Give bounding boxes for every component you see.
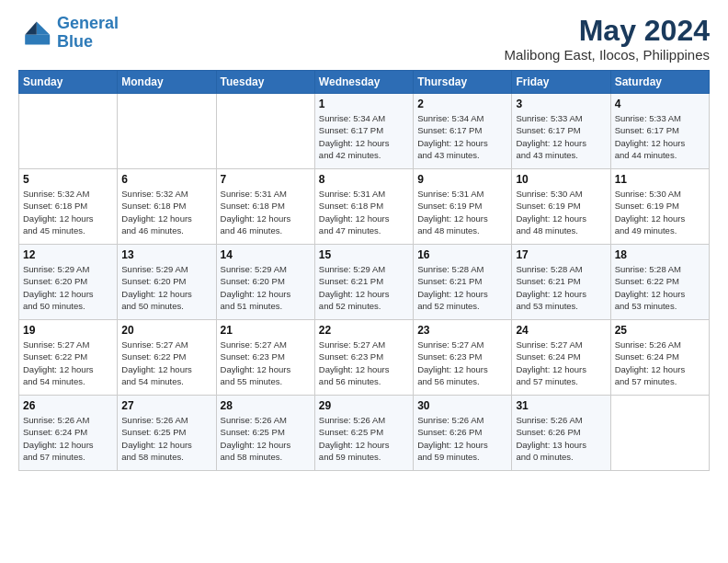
calendar-cell: 13Sunrise: 5:29 AM Sunset: 6:20 PM Dayli…	[118, 245, 216, 320]
calendar-cell: 17Sunrise: 5:28 AM Sunset: 6:21 PM Dayli…	[512, 245, 610, 320]
calendar-week-4: 19Sunrise: 5:27 AM Sunset: 6:22 PM Dayli…	[19, 320, 710, 396]
day-info: Sunrise: 5:27 AM Sunset: 6:23 PM Dayligh…	[221, 339, 311, 387]
day-number: 3	[516, 98, 606, 110]
day-number: 29	[319, 399, 409, 412]
weekday-header-row: Sunday Monday Tuesday Wednesday Thursday…	[19, 71, 710, 94]
day-number: 8	[319, 173, 409, 186]
day-number: 28	[221, 399, 311, 412]
calendar-cell: 24Sunrise: 5:27 AM Sunset: 6:24 PM Dayli…	[512, 320, 610, 396]
day-info: Sunrise: 5:26 AM Sunset: 6:25 PM Dayligh…	[121, 414, 211, 463]
day-number: 16	[417, 248, 507, 261]
title-block: May 2024 Malibong East, Ilocos, Philippi…	[505, 15, 710, 63]
header-tuesday: Tuesday	[216, 71, 314, 94]
day-info: Sunrise: 5:32 AM Sunset: 6:18 PM Dayligh…	[23, 188, 113, 236]
day-number: 26	[23, 399, 113, 412]
day-number: 19	[23, 324, 113, 337]
calendar-cell: 28Sunrise: 5:26 AM Sunset: 6:25 PM Dayli…	[216, 396, 314, 471]
day-number: 9	[417, 173, 507, 186]
calendar-cell: 3Sunrise: 5:33 AM Sunset: 6:17 PM Daylig…	[512, 94, 610, 169]
calendar-week-1: 1Sunrise: 5:34 AM Sunset: 6:17 PM Daylig…	[19, 94, 710, 169]
day-number: 2	[417, 98, 507, 110]
calendar-cell: 16Sunrise: 5:28 AM Sunset: 6:21 PM Dayli…	[414, 245, 512, 320]
day-info: Sunrise: 5:28 AM Sunset: 6:21 PM Dayligh…	[417, 263, 507, 312]
logo-icon	[18, 17, 51, 50]
day-number: 10	[516, 173, 606, 186]
calendar-cell: 21Sunrise: 5:27 AM Sunset: 6:23 PM Dayli…	[216, 320, 314, 396]
calendar-cell: 8Sunrise: 5:31 AM Sunset: 6:18 PM Daylig…	[314, 169, 413, 245]
calendar-cell: 14Sunrise: 5:29 AM Sunset: 6:20 PM Dayli…	[216, 245, 314, 320]
day-info: Sunrise: 5:26 AM Sunset: 6:25 PM Dayligh…	[319, 414, 409, 463]
day-number: 12	[23, 248, 113, 261]
calendar-cell: 26Sunrise: 5:26 AM Sunset: 6:24 PM Dayli…	[19, 396, 118, 471]
day-info: Sunrise: 5:31 AM Sunset: 6:19 PM Dayligh…	[417, 188, 507, 236]
day-number: 1	[319, 98, 409, 110]
calendar-cell: 10Sunrise: 5:30 AM Sunset: 6:19 PM Dayli…	[512, 169, 610, 245]
calendar-table: Sunday Monday Tuesday Wednesday Thursday…	[18, 70, 710, 471]
calendar-week-3: 12Sunrise: 5:29 AM Sunset: 6:20 PM Dayli…	[19, 245, 710, 320]
day-number: 25	[615, 324, 705, 337]
day-number: 31	[516, 399, 606, 412]
day-info: Sunrise: 5:32 AM Sunset: 6:18 PM Dayligh…	[121, 188, 211, 236]
calendar-cell: 5Sunrise: 5:32 AM Sunset: 6:18 PM Daylig…	[19, 169, 118, 245]
day-info: Sunrise: 5:34 AM Sunset: 6:17 PM Dayligh…	[417, 112, 507, 161]
day-number: 20	[121, 324, 211, 337]
day-number: 30	[417, 399, 507, 412]
svg-rect-2	[25, 35, 50, 45]
day-info: Sunrise: 5:27 AM Sunset: 6:24 PM Dayligh…	[516, 339, 606, 387]
day-info: Sunrise: 5:27 AM Sunset: 6:23 PM Dayligh…	[417, 339, 507, 387]
day-info: Sunrise: 5:27 AM Sunset: 6:23 PM Dayligh…	[319, 339, 409, 387]
day-info: Sunrise: 5:26 AM Sunset: 6:25 PM Dayligh…	[221, 414, 311, 463]
day-info: Sunrise: 5:26 AM Sunset: 6:24 PM Dayligh…	[615, 339, 705, 387]
day-number: 4	[615, 98, 705, 110]
day-number: 13	[121, 248, 211, 261]
calendar-cell: 29Sunrise: 5:26 AM Sunset: 6:25 PM Dayli…	[314, 396, 413, 471]
calendar-cell: 27Sunrise: 5:26 AM Sunset: 6:25 PM Dayli…	[118, 396, 216, 471]
subtitle: Malibong East, Ilocos, Philippines	[505, 47, 710, 63]
calendar-cell: 6Sunrise: 5:32 AM Sunset: 6:18 PM Daylig…	[118, 169, 216, 245]
header-thursday: Thursday	[414, 71, 512, 94]
day-info: Sunrise: 5:26 AM Sunset: 6:26 PM Dayligh…	[417, 414, 507, 463]
calendar-cell: 25Sunrise: 5:26 AM Sunset: 6:24 PM Dayli…	[610, 320, 709, 396]
calendar-cell: 18Sunrise: 5:28 AM Sunset: 6:22 PM Dayli…	[610, 245, 709, 320]
calendar-cell: 30Sunrise: 5:26 AM Sunset: 6:26 PM Dayli…	[414, 396, 512, 471]
calendar-cell: 15Sunrise: 5:29 AM Sunset: 6:21 PM Dayli…	[314, 245, 413, 320]
calendar-cell: 2Sunrise: 5:34 AM Sunset: 6:17 PM Daylig…	[414, 94, 512, 169]
day-number: 6	[121, 173, 211, 186]
page: General Blue May 2024 Malibong East, Ilo…	[0, 0, 728, 563]
header-monday: Monday	[118, 71, 216, 94]
calendar-cell: 1Sunrise: 5:34 AM Sunset: 6:17 PM Daylig…	[314, 94, 413, 169]
calendar-cell	[216, 94, 314, 169]
day-number: 23	[417, 324, 507, 337]
header: General Blue May 2024 Malibong East, Ilo…	[18, 15, 710, 63]
day-info: Sunrise: 5:29 AM Sunset: 6:20 PM Dayligh…	[221, 263, 311, 312]
day-info: Sunrise: 5:31 AM Sunset: 6:18 PM Dayligh…	[319, 188, 409, 236]
calendar-week-5: 26Sunrise: 5:26 AM Sunset: 6:24 PM Dayli…	[19, 396, 710, 471]
logo-line2: Blue	[57, 32, 93, 51]
day-info: Sunrise: 5:27 AM Sunset: 6:22 PM Dayligh…	[23, 339, 113, 387]
calendar-cell: 20Sunrise: 5:27 AM Sunset: 6:22 PM Dayli…	[118, 320, 216, 396]
day-info: Sunrise: 5:31 AM Sunset: 6:18 PM Dayligh…	[221, 188, 311, 236]
day-number: 27	[121, 399, 211, 412]
calendar-cell: 11Sunrise: 5:30 AM Sunset: 6:19 PM Dayli…	[610, 169, 709, 245]
day-number: 17	[516, 248, 606, 261]
day-number: 14	[221, 248, 311, 261]
day-info: Sunrise: 5:28 AM Sunset: 6:21 PM Dayligh…	[516, 263, 606, 312]
svg-marker-1	[25, 21, 37, 34]
day-info: Sunrise: 5:26 AM Sunset: 6:24 PM Dayligh…	[23, 414, 113, 463]
logo-line1: General	[57, 14, 119, 32]
calendar-cell: 22Sunrise: 5:27 AM Sunset: 6:23 PM Dayli…	[314, 320, 413, 396]
header-saturday: Saturday	[610, 71, 709, 94]
svg-marker-0	[37, 21, 50, 34]
calendar-week-2: 5Sunrise: 5:32 AM Sunset: 6:18 PM Daylig…	[19, 169, 710, 245]
day-info: Sunrise: 5:30 AM Sunset: 6:19 PM Dayligh…	[615, 188, 705, 236]
day-info: Sunrise: 5:28 AM Sunset: 6:22 PM Dayligh…	[615, 263, 705, 312]
header-friday: Friday	[512, 71, 610, 94]
header-sunday: Sunday	[19, 71, 118, 94]
day-number: 5	[23, 173, 113, 186]
calendar-cell: 31Sunrise: 5:26 AM Sunset: 6:26 PM Dayli…	[512, 396, 610, 471]
calendar-cell: 9Sunrise: 5:31 AM Sunset: 6:19 PM Daylig…	[414, 169, 512, 245]
day-info: Sunrise: 5:34 AM Sunset: 6:17 PM Dayligh…	[319, 112, 409, 161]
day-info: Sunrise: 5:29 AM Sunset: 6:21 PM Dayligh…	[319, 263, 409, 312]
calendar-cell	[19, 94, 118, 169]
calendar-cell: 12Sunrise: 5:29 AM Sunset: 6:20 PM Dayli…	[19, 245, 118, 320]
